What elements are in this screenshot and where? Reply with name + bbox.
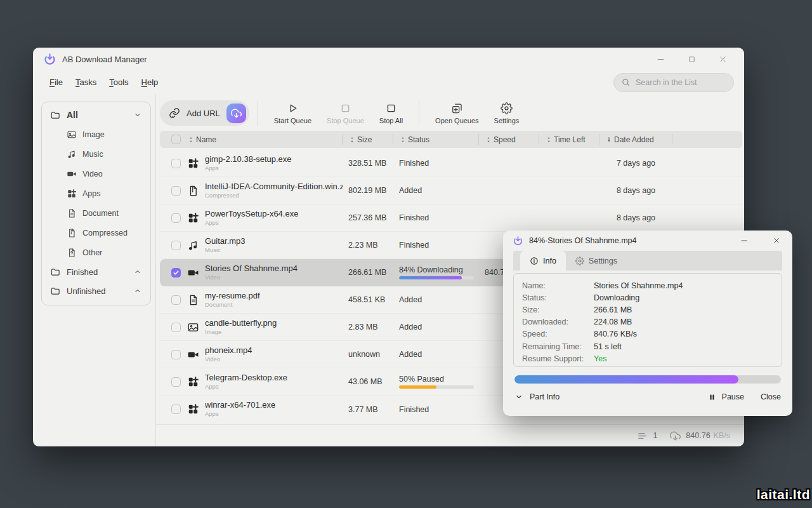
- sidebar-item-label: All: [67, 110, 78, 120]
- add-url-import-button[interactable]: [226, 104, 246, 123]
- row-checkbox[interactable]: [171, 350, 181, 359]
- size-cell: 257.36 MB: [343, 204, 393, 231]
- popup-tabbar: InfoSettings: [513, 251, 782, 271]
- apps-icon: [187, 212, 199, 224]
- file-category: Compressed: [205, 192, 343, 199]
- row-checkbox[interactable]: [171, 323, 181, 332]
- file-category: Document: [205, 302, 260, 309]
- sidebar-item-music[interactable]: Music: [63, 144, 146, 164]
- file-name: candle-butterfly.png: [205, 319, 277, 328]
- select-all-checkbox[interactable]: [171, 135, 181, 144]
- column-header-name[interactable]: Name: [181, 134, 343, 145]
- sidebar-item-all[interactable]: All: [46, 105, 146, 124]
- sidebar-item-unfinished[interactable]: Unfinished: [46, 281, 146, 300]
- row-checkbox[interactable]: [171, 241, 181, 250]
- other-icon: [67, 248, 77, 258]
- download-info-panel: Name:Stories Of Shahnme.mp4Status:Downlo…: [513, 273, 782, 367]
- field-label: Speed:: [522, 330, 594, 338]
- popup-title: 84%-Stories Of Shahnme.mp4: [529, 236, 637, 245]
- row-checkbox[interactable]: [171, 186, 181, 196]
- size-cell: 43.06 MB: [343, 368, 393, 395]
- status-cell: Finished: [393, 396, 479, 423]
- file-category: Apps: [205, 384, 287, 391]
- stop-all-button[interactable]: Stop All: [372, 102, 410, 124]
- link-icon: [169, 107, 180, 119]
- column-header-status[interactable]: Status: [393, 134, 479, 145]
- close-icon[interactable]: [718, 55, 728, 64]
- field-value: 266.61 MB: [594, 305, 632, 314]
- tab-settings[interactable]: Settings: [566, 251, 627, 271]
- pause-icon: [708, 393, 716, 401]
- toolbar-separator: [419, 100, 419, 126]
- row-checkbox[interactable]: [171, 295, 181, 305]
- file-category: Apps: [205, 220, 298, 227]
- minimize-icon[interactable]: [740, 236, 749, 245]
- sidebar-item-compressed[interactable]: Compressed: [63, 223, 146, 243]
- add-url-button[interactable]: Add URL: [160, 100, 249, 126]
- download-row[interactable]: gimp-2.10.38-setup.exeApps328.51 MBFinis…: [160, 150, 742, 177]
- global-speed: 840.76: [686, 431, 710, 440]
- sidebar-item-label: Other: [82, 248, 102, 257]
- row-checkbox[interactable]: [171, 268, 181, 277]
- music-icon: [187, 239, 199, 251]
- settings-button[interactable]: Settings: [487, 102, 527, 124]
- row-checkbox[interactable]: [171, 377, 181, 387]
- menu-tasks[interactable]: Tasks: [75, 77, 96, 87]
- status-cell: 84% Downloading: [393, 259, 479, 286]
- download-row[interactable]: PowerToysSetup-x64.exeApps257.36 MBFinis…: [160, 204, 742, 232]
- column-header-time-left[interactable]: Time Left: [539, 134, 599, 145]
- file-category: Apps: [205, 165, 292, 172]
- titlebar: AB Download Manager: [33, 48, 744, 70]
- pause-button[interactable]: Pause: [708, 392, 744, 401]
- part-info-toggle[interactable]: Part Info: [514, 392, 560, 401]
- minimize-icon[interactable]: [656, 55, 665, 64]
- close-icon[interactable]: [772, 236, 781, 245]
- download-row[interactable]: IntelliJ-IDEA-Community-Edition.win.zipC…: [160, 177, 742, 204]
- file-name: gimp-2.10.38-setup.exe: [205, 155, 292, 164]
- field-label: Downloaded:: [522, 318, 594, 326]
- sidebar-item-apps[interactable]: Apps: [63, 184, 146, 203]
- search-input[interactable]: Search in the List: [613, 73, 734, 92]
- sidebar-item-finished[interactable]: Finished: [46, 262, 146, 281]
- column-header-speed[interactable]: Speed: [479, 134, 539, 145]
- gear-icon: [575, 257, 584, 265]
- sidebar-item-other[interactable]: Other: [63, 243, 146, 262]
- sidebar-divider: [155, 94, 156, 446]
- status-cell: 50% Paused: [393, 368, 479, 395]
- speed-cell: [479, 204, 539, 231]
- sidebar-item-label: Image: [82, 130, 105, 139]
- column-header-size[interactable]: Size: [343, 134, 393, 145]
- sidebar-item-image[interactable]: Image: [63, 124, 146, 144]
- document-icon: [67, 208, 77, 218]
- download-progress-fill: [514, 375, 738, 384]
- zip-icon: [187, 185, 199, 197]
- maximize-icon[interactable]: [687, 55, 697, 64]
- tab-info[interactable]: Info: [520, 251, 566, 271]
- sidebar-item-video[interactable]: Video: [63, 164, 146, 184]
- start-queue-button[interactable]: Start Queue: [266, 102, 319, 124]
- stop-queue-button: Stop Queue: [319, 102, 372, 124]
- row-progress-bar: [399, 385, 474, 389]
- row-checkbox[interactable]: [171, 404, 181, 414]
- sidebar-item-label: Apps: [82, 189, 101, 198]
- part-info-label: Part Info: [530, 392, 560, 401]
- sidebar-item-label: Music: [82, 150, 103, 159]
- file-category: Video: [205, 356, 252, 363]
- sort-icon: [348, 136, 356, 144]
- close-button[interactable]: Close: [761, 392, 781, 401]
- row-checkbox[interactable]: [171, 213, 181, 223]
- search-icon: [621, 77, 631, 87]
- menu-tools[interactable]: Tools: [109, 77, 128, 87]
- column-header-date-added[interactable]: Date Added: [599, 134, 672, 145]
- row-checkbox[interactable]: [171, 159, 181, 168]
- image-icon: [67, 130, 77, 140]
- menu-file[interactable]: File: [49, 77, 63, 87]
- sidebar-item-document[interactable]: Document: [63, 203, 146, 223]
- menu-help[interactable]: Help: [141, 77, 159, 87]
- size-cell: 2.23 MB: [343, 232, 393, 258]
- status-cell: Finished: [393, 150, 479, 177]
- app-logo-icon: [513, 236, 523, 246]
- toolbar-separator: [258, 100, 258, 126]
- open-queues-button[interactable]: Open Queues: [428, 102, 487, 124]
- add-url-label: Add URL: [187, 109, 220, 118]
